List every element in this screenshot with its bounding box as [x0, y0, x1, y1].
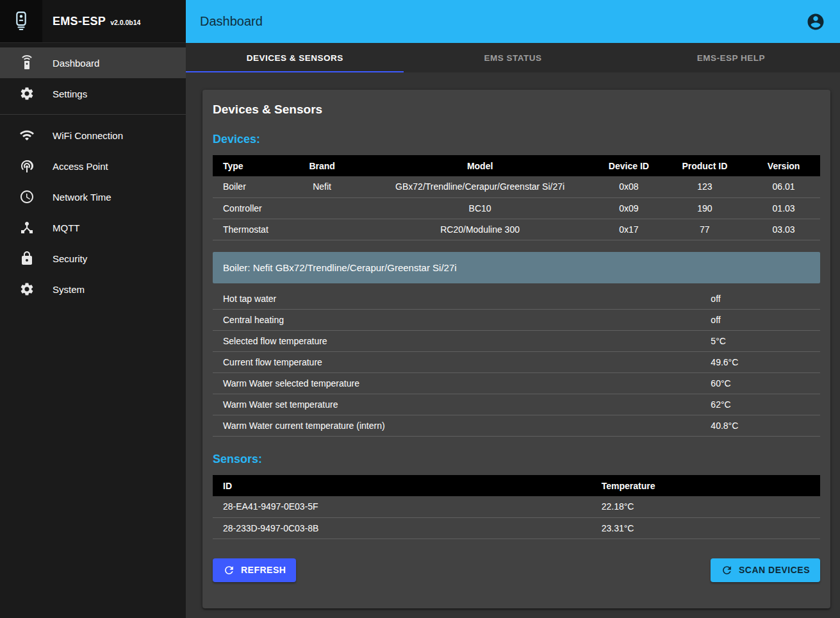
sidebar-item-settings[interactable]: Settings: [0, 78, 186, 109]
sidebar-menu: Dashboard Settings WiFi Connection Acces…: [0, 43, 186, 305]
cell-device-id: 0x17: [595, 219, 662, 240]
app-root: EMS-ESP v2.0.0b14 Dashboard Settings WiF…: [0, 0, 840, 618]
action-buttons-row: REFRESH SCAN DEVICES: [213, 558, 820, 582]
cell-product-id: 77: [663, 219, 748, 240]
sensors-table: ID Temperature 28-EA41-9497-0E03-5F 22.1…: [213, 475, 820, 539]
sidebar-item-label: Access Point: [53, 161, 108, 172]
col-header-device-id: Device ID: [595, 155, 662, 176]
cell-product-id: 123: [663, 176, 748, 197]
cell-type: Thermostat: [213, 219, 279, 240]
sidebar-item-dashboard[interactable]: Dashboard: [0, 47, 186, 78]
refresh-icon: [721, 564, 733, 576]
sidebar-item-label: System: [53, 284, 85, 295]
detail-label: Selected flow temperature: [213, 331, 711, 352]
sensors-table-header-row: ID Temperature: [213, 475, 820, 496]
device-row-controller[interactable]: Controller BC10 0x09 190 01.03: [213, 197, 820, 219]
sidebar-item-access-point[interactable]: Access Point: [0, 151, 186, 181]
devices-table: Type Brand Model Device ID Product ID Ve…: [213, 155, 820, 240]
sensors-heading: Sensors:: [213, 453, 820, 466]
cell-type: Controller: [213, 197, 279, 219]
content-area: Devices & Sensors Devices: Type Brand Mo…: [186, 72, 840, 618]
menu-divider: [0, 114, 186, 115]
sidebar-item-security[interactable]: Security: [0, 243, 186, 274]
device-detail-table: Hot tap water off Central heating off Se…: [213, 288, 820, 437]
scan-devices-button-label: SCAN DEVICES: [739, 565, 810, 575]
gear-icon: [19, 281, 35, 297]
refresh-button-label: REFRESH: [241, 565, 286, 575]
sensor-temperature: 23.31°C: [602, 517, 820, 539]
sidebar-item-label: Settings: [53, 88, 87, 99]
device-row-thermostat[interactable]: Thermostat RC20/Moduline 300 0x17 77 03.…: [213, 219, 820, 240]
device-detail-header: Boiler: Nefit GBx72/Trendline/Cerapur/Gr…: [213, 252, 820, 283]
sidebar-item-label: Dashboard: [53, 58, 99, 69]
cell-model: RC20/Moduline 300: [365, 219, 595, 240]
device-hub-icon: [19, 220, 35, 235]
cell-type: Boiler: [213, 176, 279, 197]
clock-icon: [19, 189, 35, 205]
col-header-brand: Brand: [279, 155, 365, 176]
sensor-row: 28-EA41-9497-0E03-5F 22.18°C: [213, 496, 820, 517]
detail-value: 60°C: [711, 373, 820, 394]
devices-heading: Devices:: [213, 133, 820, 146]
detail-value: off: [711, 288, 820, 310]
tab-bar: DEVICES & SENSORS EMS STATUS EMS-ESP HEL…: [186, 43, 840, 72]
sidebar-item-label: WiFi Connection: [53, 130, 123, 141]
detail-value: 49.6°C: [711, 352, 820, 373]
tab-label: EMS-ESP HELP: [697, 53, 765, 63]
detail-row: Selected flow temperature 5°C: [213, 331, 820, 352]
detail-row: Central heating off: [213, 310, 820, 331]
wifi-icon: [19, 128, 35, 143]
col-header-version: Version: [747, 155, 820, 176]
app-version: v2.0.0b14: [110, 19, 140, 26]
cell-device-id: 0x09: [595, 197, 662, 219]
sidebar-item-network-time[interactable]: Network Time: [0, 181, 186, 212]
cell-version: 03.03: [747, 219, 820, 240]
scan-devices-button[interactable]: SCAN DEVICES: [711, 558, 820, 582]
detail-value: 5°C: [711, 331, 820, 352]
cell-brand: [279, 197, 365, 219]
cell-product-id: 190: [663, 197, 748, 219]
app-title-group: EMS-ESP v2.0.0b14: [53, 15, 140, 28]
gear-icon: [19, 86, 35, 101]
detail-row: Warm Water set temperature 62°C: [213, 394, 820, 415]
wifi-tethering-icon: [19, 158, 35, 174]
col-header-model: Model: [365, 155, 595, 176]
sidebar-item-label: Security: [53, 253, 87, 264]
detail-label: Warm Water current temperature (intern): [213, 415, 711, 437]
cell-brand: Nefit: [279, 176, 365, 197]
sidebar-item-label: Network Time: [53, 192, 111, 203]
detail-label: Warm Water set temperature: [213, 394, 711, 415]
col-header-temperature: Temperature: [602, 475, 820, 496]
app-logo: [0, 0, 42, 42]
devices-sensors-card: Devices & Sensors Devices: Type Brand Mo…: [202, 90, 830, 608]
sidebar-item-label: MQTT: [53, 222, 80, 233]
devices-table-header-row: Type Brand Model Device ID Product ID Ve…: [213, 155, 820, 176]
remote-icon: [19, 55, 35, 71]
device-row-boiler[interactable]: Boiler Nefit GBx72/Trendline/Cerapur/Gre…: [213, 176, 820, 197]
detail-label: Current flow temperature: [213, 352, 711, 373]
sidebar: EMS-ESP v2.0.0b14 Dashboard Settings WiF…: [0, 0, 186, 618]
detail-row: Current flow temperature 49.6°C: [213, 352, 820, 373]
account-button[interactable]: [805, 12, 826, 32]
lock-icon: [19, 251, 35, 266]
sidebar-item-system[interactable]: System: [0, 274, 186, 305]
refresh-icon: [223, 564, 235, 576]
tab-ems-status[interactable]: EMS STATUS: [404, 43, 622, 72]
sidebar-item-wifi-connection[interactable]: WiFi Connection: [0, 120, 186, 151]
app-title: EMS-ESP: [53, 15, 106, 28]
account-circle-icon: [806, 12, 825, 31]
col-header-product-id: Product ID: [663, 155, 748, 176]
cell-version: 01.03: [747, 197, 820, 219]
tab-devices-sensors[interactable]: DEVICES & SENSORS: [186, 43, 404, 72]
main-column: Dashboard DEVICES & SENSORS EMS STATUS E…: [186, 0, 840, 618]
detail-row: Warm Water selected temperature 60°C: [213, 373, 820, 394]
sidebar-item-mqtt[interactable]: MQTT: [0, 212, 186, 243]
card-title: Devices & Sensors: [213, 103, 820, 117]
detail-row: Warm Water current temperature (intern) …: [213, 415, 820, 437]
cell-device-id: 0x08: [595, 176, 662, 197]
tab-label: DEVICES & SENSORS: [247, 53, 343, 63]
refresh-button[interactable]: REFRESH: [213, 558, 296, 582]
col-header-type: Type: [213, 155, 279, 176]
detail-value: off: [711, 310, 820, 331]
tab-ems-esp-help[interactable]: EMS-ESP HELP: [622, 43, 840, 72]
